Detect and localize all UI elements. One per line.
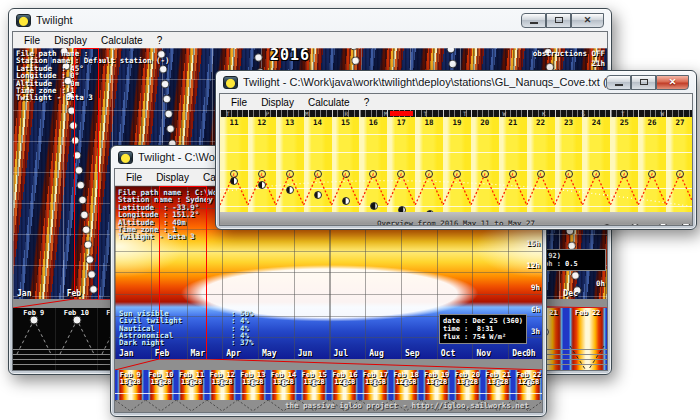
moon-phase-icon xyxy=(286,186,294,194)
moon-arc xyxy=(56,312,99,354)
day-column[interactable]: Feb 913:28 xyxy=(115,370,146,400)
menu-item-calculate[interactable]: Calculate xyxy=(301,96,357,109)
month-label: Feb xyxy=(155,349,169,358)
moonrise-time-label: 12:58 xyxy=(513,378,543,386)
minimize-button[interactable] xyxy=(521,13,546,28)
moon-phase-icon xyxy=(314,191,322,199)
hour-label: 3h xyxy=(531,327,540,336)
ruler-tick-letter: T xyxy=(226,110,230,117)
moon-outline-icon xyxy=(537,170,545,178)
ruler-tick-letter: T xyxy=(463,110,467,117)
hour-label: 0h xyxy=(596,279,605,288)
day-column[interactable]: Feb 1213:28 xyxy=(207,370,238,400)
status-bar: the passive igloo project - http://igloo… xyxy=(285,401,529,410)
menu-item-help[interactable]: ? xyxy=(150,34,170,47)
day-column[interactable]: Feb 1513:28 xyxy=(299,370,330,400)
maximize-icon xyxy=(640,79,648,85)
close-icon: ✕ xyxy=(584,16,592,25)
ruler-tick-letter: R xyxy=(345,110,349,117)
ruler-tick-letter: K xyxy=(542,110,546,117)
moonrise-time-label: 13:28 xyxy=(268,378,299,386)
day-detail-strip[interactable]: Feb 913:28Feb 1013:28Feb 1113:28Feb 1213… xyxy=(115,370,543,400)
moon-phase-icon xyxy=(230,177,238,185)
moonrise-time-label: 13:28 xyxy=(421,378,452,386)
window-title: Twilight xyxy=(36,14,521,26)
day-column[interactable]: Feb 1313:28 xyxy=(238,370,269,400)
titlebar[interactable]: Twilight - C:\Work\java\work\twilight\de… xyxy=(216,71,696,93)
moon-outline-icon xyxy=(314,170,322,178)
tooltip: date : Dec 25 (360)time : 8:31flux : 754… xyxy=(439,314,527,344)
menubar: FileDisplayCalculate? xyxy=(13,32,607,49)
day-column[interactable]: Feb 1612:58 xyxy=(329,370,360,400)
ruler-tick-letter: W xyxy=(503,110,507,117)
menu-item-display[interactable]: Display xyxy=(47,34,94,47)
month-label: May xyxy=(262,349,276,358)
month-label: Dec xyxy=(563,289,577,298)
menu-item-display[interactable]: Display xyxy=(254,96,301,109)
window-title: Twilight - C:\Work\java\work\twilight\de… xyxy=(243,76,606,88)
menu-item-calculate[interactable]: Calculate xyxy=(94,34,150,47)
timeline-ruler[interactable]: TPMRMTTWKSTW xyxy=(220,110,693,117)
month-label: Sep xyxy=(405,349,419,358)
moon-outline-icon xyxy=(342,170,350,178)
ruler-tick-letter: T xyxy=(621,110,625,117)
hour-label: 12h xyxy=(526,261,540,270)
menubar: FileDisplayCalculate? xyxy=(220,94,692,111)
moon-outline-icon xyxy=(286,170,294,178)
zoom-bracket-separator xyxy=(115,359,542,370)
menu-item-display[interactable]: Display xyxy=(149,171,196,184)
app-sun-icon xyxy=(118,151,133,164)
desktop: { "colors":{"selection":"#ff0000","toolt… xyxy=(0,0,700,420)
maximize-button[interactable] xyxy=(546,13,571,28)
day-column[interactable]: Feb 1113:28 xyxy=(176,370,207,400)
close-button[interactable]: ✕ xyxy=(571,13,604,28)
ruler-tick-letter: M xyxy=(305,110,309,117)
overview-chart-canvas[interactable]: 1112131415161718192021222324252627 xyxy=(220,117,693,212)
month-label: Nov xyxy=(477,349,491,358)
month-label: Jan xyxy=(17,289,31,298)
month-label: Oct xyxy=(441,349,455,358)
minimize-button[interactable] xyxy=(606,75,631,90)
tooltip-line: ph : 0.5 xyxy=(544,260,602,268)
tooltip-line: flux : 754 W/m² xyxy=(443,333,523,341)
month-label: Feb xyxy=(67,289,81,298)
moonrise-time-label: 13:28 xyxy=(299,378,330,386)
day-column[interactable]: Feb 1013:28 xyxy=(146,370,177,400)
month-label: Dec xyxy=(512,349,526,358)
moonrise-time-label: 13:28 xyxy=(238,378,269,386)
day-column[interactable]: Feb 1713:58 xyxy=(360,370,391,400)
window-nanuqs-cove[interactable]: Twilight - C:\Work\java\work\twilight\de… xyxy=(215,70,697,230)
moon-outline-icon xyxy=(565,170,573,178)
moonrise-time-label: 13:28 xyxy=(146,378,177,386)
day-column[interactable]: Feb 2013:28 xyxy=(452,370,483,400)
moonrise-time-label: 13:58 xyxy=(360,378,391,386)
day-column[interactable]: Feb 1413:28 xyxy=(268,370,299,400)
day-column[interactable]: Feb 1812:58 xyxy=(391,370,422,400)
moonrise-time-label: 13:28 xyxy=(176,378,207,386)
day-label: Feb 22 xyxy=(566,309,608,317)
menu-item-file[interactable]: File xyxy=(119,171,149,184)
moon-phase-icon xyxy=(342,197,350,205)
menu-item-file[interactable]: File xyxy=(224,96,254,109)
day-column[interactable]: Feb 2113:28 xyxy=(483,370,514,400)
maximize-icon xyxy=(555,17,563,23)
ruler-selection-marker xyxy=(390,111,413,116)
month-label: Apr xyxy=(226,349,240,358)
sun-moon-curves xyxy=(220,117,693,212)
day-column[interactable]: Feb 2212:58 xyxy=(513,370,543,400)
minimize-icon xyxy=(615,84,623,86)
hour-label: 9h xyxy=(531,283,540,292)
day-column[interactable]: Feb 1913:28 xyxy=(421,370,452,400)
close-icon: ✕ xyxy=(669,78,677,87)
month-label: Jun xyxy=(298,349,312,358)
tooltip-line: date : Dec 25 (360) xyxy=(443,317,523,325)
maximize-button[interactable] xyxy=(631,75,656,90)
close-button[interactable]: ✕ xyxy=(656,75,689,90)
menu-item-help[interactable]: ? xyxy=(357,96,377,109)
titlebar[interactable]: Twilight ✕ xyxy=(9,9,611,31)
month-label: Mar xyxy=(191,349,205,358)
tooltip-line: (92) xyxy=(544,252,602,260)
moonrise-time-label: 13:28 xyxy=(452,378,483,386)
tooltip-line: time : 8:31 xyxy=(443,325,523,333)
menu-item-file[interactable]: File xyxy=(17,34,47,47)
